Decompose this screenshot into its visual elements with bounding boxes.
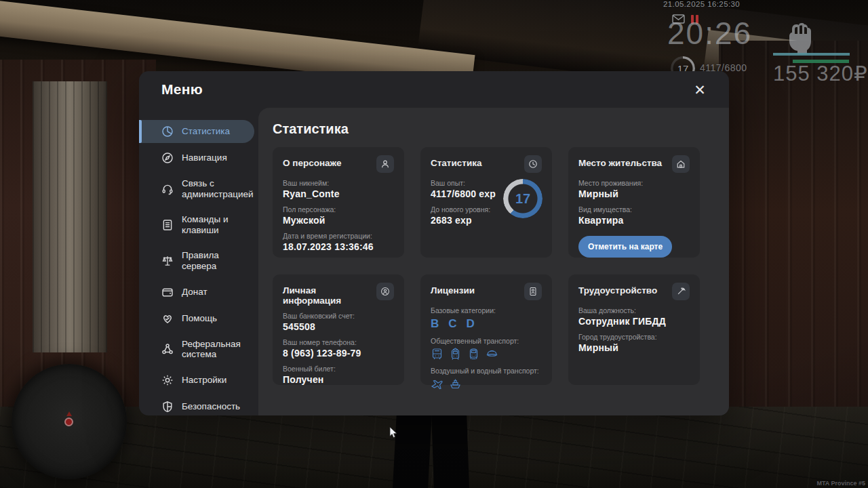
tram-icon [449,348,462,361]
job-city-value: Мирный [578,342,690,353]
sidebar-item-admin-contact[interactable]: Связь с администрацией [139,173,258,205]
mark-on-map-button[interactable]: Отметить на карте [578,236,672,258]
job-title-value: Сотрудник ГИБДД [578,316,690,327]
id-card-icon [524,283,542,300]
license-category-b: B [431,317,439,331]
hud-money: 155 320₽ [773,61,868,86]
license-category-d: D [467,317,475,331]
train-icon [467,348,480,361]
shield-icon [161,401,174,413]
public-transport-licenses [431,348,542,361]
close-icon[interactable]: ✕ [690,79,710,100]
minimap [12,364,127,479]
menu-sidebar: Статистика Навигация Связь с администрац… [139,108,258,415]
minimap-player-blip [64,418,73,426]
sidebar-item-navigation[interactable]: Навигация [139,146,258,169]
hud-bar-teal [773,53,850,56]
sidebar-item-server-rules[interactable]: Правила сервера [139,245,258,277]
mouse-cursor [389,426,398,439]
game-screen: 21.05.2025 16:25:30 20:26 17 4117/6800 1… [0,0,868,488]
property-type-value: Квартира [578,215,690,226]
wallet-icon [161,286,174,298]
hud-clock: 20:26 [667,15,752,52]
military-ticket-value: Получен [283,374,394,385]
card-statistics: Статистика Ваш опыт: 4117/6800 exp До но… [420,147,552,258]
person-circle-icon [376,283,394,300]
bank-account-value: 545508 [283,321,394,332]
sidebar-item-commands[interactable]: Команды и клавиши [139,209,258,241]
person-icon [376,155,394,173]
card-employment: Трудоустройство Ваша должность: Сотрудни… [568,274,700,385]
page-title: Статистика [273,121,715,137]
phone-value: 8 (963) 123-89-79 [283,348,394,359]
hud-datetime: 21.05.2025 16:25:30 [663,0,740,8]
nickname-value: Ryan_Conte [283,188,394,199]
ship-icon [449,378,462,390]
minimap-direction-icon [66,411,72,416]
server-watermark: MTA Province #5 [816,480,865,487]
sidebar-item-security[interactable]: Безопасность [139,395,258,415]
menu-title: Меню [161,81,203,98]
air-water-licenses [431,378,542,390]
registration-value: 18.07.2023 13:36:46 [283,241,394,252]
home-icon [672,155,690,173]
network-icon [161,343,174,355]
level-ring-value: 17 [515,191,530,207]
card-personal-info: Личная информация Ваш банковский счет: 5… [273,274,404,385]
gender-value: Мужской [283,215,394,226]
sidebar-item-donate[interactable]: Донат [139,281,258,304]
sidebar-item-referral[interactable]: Реферальная система [139,333,258,366]
menu-window: Меню ✕ Статистика Навигация Связь с адми… [139,71,729,415]
sidebar-item-settings[interactable]: Настройки [139,369,258,392]
residence-city-value: Мирный [578,188,690,199]
scales-icon [161,255,174,267]
license-category-c: C [448,317,456,331]
sidebar-item-statistics[interactable]: Статистика [139,120,254,143]
cap-icon [486,348,498,361]
license-categories: B C D [431,317,542,331]
fist-icon [787,23,812,54]
level-ring: 17 [503,179,542,218]
pie-chart-icon [161,125,174,138]
bus-icon [431,348,443,361]
clock-icon [524,155,542,173]
heart-icon [161,312,174,325]
pickaxe-icon [672,283,690,300]
gear-icon [161,374,174,386]
card-residence: Место жительства Место проживания: Мирны… [568,147,700,258]
menu-content: Статистика О персонаже Ваш никнейм: Ryan… [258,108,729,415]
headset-icon [161,183,174,195]
compass-icon [161,152,174,164]
card-character: О персонаже Ваш никнейм: Ryan_Conte Пол … [273,147,404,258]
menu-header: Меню ✕ [139,71,729,108]
document-icon [161,219,174,231]
plane-icon [431,378,443,390]
sidebar-item-help[interactable]: Помощь [139,307,258,330]
card-licenses: Лицензии Базовые категории: B C D Общест… [420,274,552,385]
